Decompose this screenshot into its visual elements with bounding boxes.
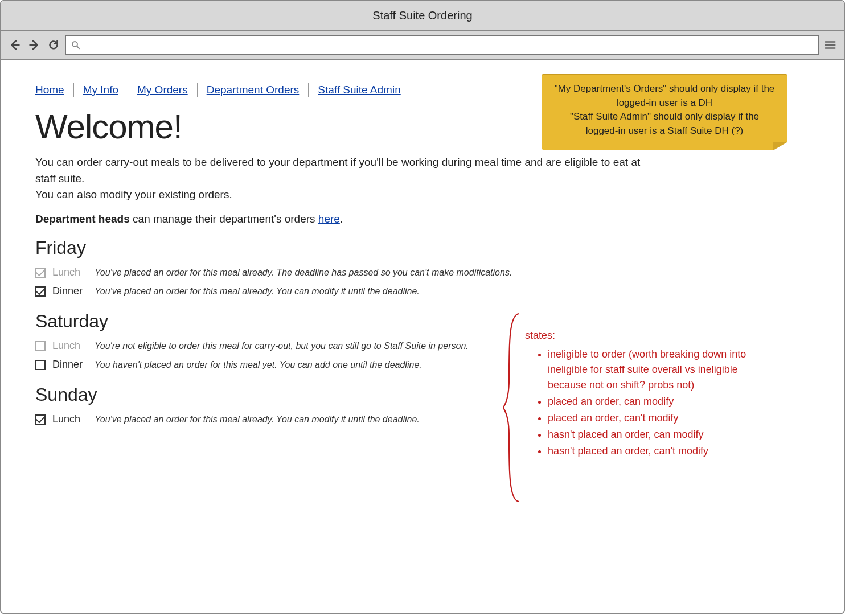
browser-toolbar [1,31,844,60]
day-heading: Friday [35,237,810,258]
meal-row: LunchYou've placed an order for this mea… [35,263,810,282]
nav-department-orders[interactable]: Department Orders [198,84,309,96]
annotation-heading: states: [525,328,776,343]
meal-name: Lunch [52,413,88,425]
page-content: "My Department's Orders" should only dis… [1,60,844,613]
annotation-item: hasn't placed an order, can't modify [548,443,776,459]
states-annotation: states: ineligible to order (worth break… [502,311,776,504]
browser-window: Staff Suite Ordering "My Department's Or… [0,0,845,614]
dh-text: can manage their department's orders [130,213,318,225]
meal-status: You've placed an order for this meal alr… [95,268,512,278]
menu-button[interactable] [822,37,838,53]
annotation-item: hasn't placed an order, can modify [548,427,776,442]
reload-button[interactable] [46,37,61,53]
hamburger-icon [824,39,836,51]
meal-checkbox [35,268,46,278]
meal-checkbox [35,341,46,351]
meal-name: Lunch [52,266,88,278]
dh-suffix: . [340,213,343,225]
url-input[interactable] [85,39,813,51]
intro-line-1: You can order carry-out meals to be deli… [35,156,640,184]
reload-icon [47,39,60,51]
svg-line-1 [77,46,80,49]
svg-point-0 [72,42,77,47]
window-title: Staff Suite Ordering [372,9,472,22]
meal-status: You've placed an order for this meal alr… [95,414,420,425]
nav-my-info[interactable]: My Info [74,84,128,96]
forward-button[interactable] [26,37,42,53]
meal-checkbox[interactable] [35,360,46,370]
arrow-right-icon [28,39,40,51]
intro-line-2: You can also modify your existing orders… [35,188,232,200]
meal-status: You haven't placed an order for this mea… [95,360,422,370]
url-bar[interactable] [65,35,819,55]
intro-text: You can order carry-out meals to be deli… [35,154,662,227]
nav-home[interactable]: Home [35,84,73,96]
meal-row: DinnerYou've placed an order for this me… [35,282,810,301]
arrow-left-icon [9,39,21,51]
meal-name: Dinner [52,359,88,371]
sticky-note-line: "Staff Suite Admin" should only display … [553,110,776,138]
annotation-item: ineligible to order (worth breaking down… [548,347,776,393]
annotation-item: placed an order, can't modify [548,410,776,426]
sticky-note: "My Department's Orders" should only dis… [542,74,787,150]
here-link[interactable]: here [318,213,340,225]
window-titlebar: Staff Suite Ordering [1,1,844,31]
back-button[interactable] [7,37,23,53]
brace-icon [502,311,525,504]
annotation-item: placed an order, can modify [548,394,776,409]
search-icon [71,40,81,50]
meal-name: Dinner [52,285,88,297]
meal-name: Lunch [52,340,88,352]
meal-status: You're not eligible to order this meal f… [95,341,469,351]
meal-checkbox[interactable] [35,286,46,297]
nav-staff-suite-admin[interactable]: Staff Suite Admin [309,84,409,96]
day-block: FridayLunchYou've placed an order for th… [35,237,810,301]
sticky-note-line: "My Department's Orders" should only dis… [553,82,776,110]
meal-status: You've placed an order for this meal alr… [95,286,420,297]
meal-checkbox[interactable] [35,414,46,425]
annotation-list: ineligible to order (worth breaking down… [525,347,776,459]
nav-my-orders[interactable]: My Orders [128,84,197,96]
dh-label: Department heads [35,213,130,225]
